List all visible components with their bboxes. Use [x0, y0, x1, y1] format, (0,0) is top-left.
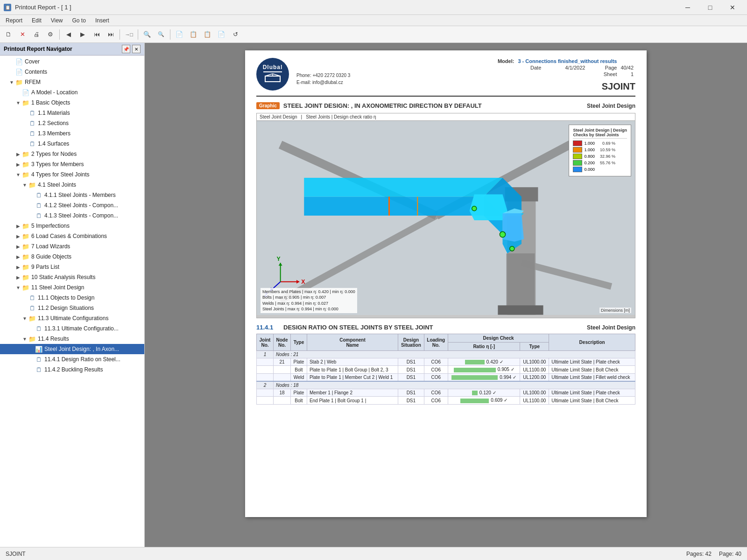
cover-icon: 📄	[15, 57, 23, 66]
dctype-1a: UL1000.00	[520, 358, 549, 366]
tree-item-load-cases[interactable]: ▶ 📁 6 Load Cases & Combinations	[0, 231, 144, 241]
tree-item-materials[interactable]: ▶ 🗒 1.1 Materials	[0, 108, 144, 118]
page-value: 40/42	[619, 64, 635, 71]
tree-item-load-wizards[interactable]: ▶ 📁 7 Load Wizards	[0, 241, 144, 252]
tree-item-design-situations[interactable]: ▶ 🗒 11.2 Design Situations	[0, 303, 144, 313]
tree-item-static-results[interactable]: ▶ 📁 10 Static Analysis Results	[0, 272, 144, 282]
node-no-2b	[273, 397, 290, 404]
objects-design-icon: 🗒	[28, 294, 36, 302]
tree-item-cover[interactable]: ▶ 📄 Cover	[0, 56, 144, 67]
tree-item-sj-members[interactable]: ▶ 🗒 4.1.1 Steel Joints - Members	[0, 190, 144, 200]
zoom-out-button[interactable]: 🔍	[155, 28, 168, 41]
new-button[interactable]: 🗋	[2, 28, 15, 41]
expand-load-wizards[interactable]: ▶	[15, 243, 21, 250]
expand-guide-objects[interactable]: ▶	[15, 253, 21, 260]
expand-types-steel[interactable]: ▼	[15, 171, 21, 178]
expand-joint-design[interactable]: ▼	[15, 284, 21, 291]
model-name: 3 - Connections finished_without results	[516, 58, 619, 64]
menu-view[interactable]: View	[47, 16, 67, 25]
expand-types-nodes[interactable]: ▶	[15, 151, 21, 157]
tree-item-types-members[interactable]: ▶ 📁 3 Types for Members	[0, 159, 144, 169]
content-area[interactable]: Dlubal Phone: +420 2272 0320 3	[145, 43, 747, 547]
navigator-pin-button[interactable]: 📌	[122, 45, 130, 53]
svg-text:Y: Y	[277, 256, 281, 262]
menu-insert[interactable]: Insert	[92, 16, 113, 25]
expand-basic[interactable]: ▼	[15, 99, 21, 106]
tree-item-members[interactable]: ▶ 🗒 1.3 Members	[0, 128, 144, 139]
tree-item-surfaces[interactable]: ▶ 🗒 1.4 Surfaces	[0, 139, 144, 149]
tree-item-results[interactable]: ▼ 📁 11.4 Results	[0, 334, 144, 344]
ds-1b: DS1	[398, 366, 424, 373]
guide-objects-label: 8 Guide Objects	[31, 253, 71, 260]
subsection-heading: DESIGN RATIO ON STEEL JOINTS BY STEEL JO…	[283, 324, 583, 331]
th-node-no: NodeNo.	[273, 334, 290, 351]
ds-1a: DS1	[398, 358, 424, 366]
navigator-header: Printout Report Navigator 📌 ✕	[0, 43, 144, 56]
tree-item-rfem[interactable]: ▼ 📁 RFEM	[0, 77, 144, 87]
tree-item-basic-objects[interactable]: ▼ 📁 1 Basic Objects	[0, 98, 144, 108]
export2-button[interactable]: 📋	[187, 28, 200, 41]
tree-item-contents[interactable]: ▶ 📄 Contents	[0, 67, 144, 77]
tree-item-joint-design[interactable]: ▼ 📁 11 Steel Joint Design	[0, 282, 144, 293]
tree-item-guide-objects[interactable]: ▶ 📁 8 Guide Objects	[0, 252, 144, 262]
tree-item-design-ratio[interactable]: ▶ 🗒 11.4.1 Design Ratio on Steel...	[0, 354, 144, 364]
sep2	[120, 29, 120, 40]
tree-item-sections[interactable]: ▶ 🗒 1.2 Sections	[0, 118, 144, 128]
tree-item-ult-config-1[interactable]: ▶ 🗒 11.3.1 Ultimate Configuratio...	[0, 323, 144, 334]
expand-ult-configs[interactable]: ▼	[21, 315, 28, 322]
page-label-status: Page:	[719, 551, 733, 557]
view-3d-title: Steel Joint Design | Steel Joints | Desi…	[257, 113, 635, 121]
refresh-button[interactable]: ↺	[229, 28, 242, 41]
dctype-2b: UL1100.00	[520, 397, 549, 404]
export4-button[interactable]: 📄	[215, 28, 228, 41]
expand-static-results[interactable]: ▶	[15, 274, 21, 280]
table-row-1c: Weld Plate to Plate 1 | Member Cut 2 | W…	[257, 373, 635, 381]
sep4	[170, 29, 170, 40]
tree-item-sj-compon1[interactable]: ▶ 🗒 4.1.2 Steel Joints - Compon...	[0, 200, 144, 210]
minimize-button[interactable]: ─	[677, 0, 698, 14]
export3-button[interactable]: 📋	[201, 28, 214, 41]
maximize-button[interactable]: □	[699, 0, 721, 14]
tree-item-buckling[interactable]: ▶ 🗒 11.4.2 Buckling Results	[0, 364, 144, 375]
tree-item-types-steel[interactable]: ▼ 📁 4 Types for Steel Joints	[0, 169, 144, 180]
expand-imperfections[interactable]: ▶	[15, 223, 21, 229]
expand-results[interactable]: ▼	[21, 336, 28, 342]
tree-item-steel-joint-axon[interactable]: ▶ 📊 Steel Joint Design: , In Axon...	[0, 344, 144, 354]
delete-button[interactable]: ✕	[16, 28, 29, 41]
legend-title: Steel Joint Design | DesignChecks by Ste…	[573, 128, 627, 139]
export-button[interactable]: 📄	[173, 28, 186, 41]
last-page-button[interactable]: ⏭	[104, 28, 117, 41]
next-page-button[interactable]: ▶	[76, 28, 89, 41]
expand-parts-list[interactable]: ▶	[15, 264, 21, 270]
tree-item-types-nodes[interactable]: ▶ 📁 2 Types for Nodes	[0, 149, 144, 159]
goto-button[interactable]: →□	[122, 28, 135, 41]
expand-rfem[interactable]: ▼	[8, 79, 15, 85]
close-button[interactable]: ✕	[722, 0, 743, 14]
menu-edit[interactable]: Edit	[28, 16, 45, 25]
tree-item-steel-joints[interactable]: ▼ 📁 4.1 Steel Joints	[0, 180, 144, 190]
menu-report[interactable]: Report	[2, 16, 26, 25]
tree-item-ult-configs[interactable]: ▼ 📁 11.3 Ultimate Configurations	[0, 313, 144, 323]
title-bar: 📋 Printout Report - [ 1 ] ─ □ ✕	[0, 0, 747, 15]
load-cases-label: 6 Load Cases & Combinations	[31, 233, 107, 239]
tree-item-sj-compon2[interactable]: ▶ 🗒 4.1.3 Steel Joints - Compon...	[0, 210, 144, 221]
th-ratio: Ratio η [-]	[448, 343, 520, 351]
navigator-close-button[interactable]: ✕	[132, 45, 141, 53]
tree-item-parts-list[interactable]: ▶ 📁 9 Parts List	[0, 262, 144, 272]
print-button[interactable]: 🖨	[30, 28, 43, 41]
settings-button[interactable]: ⚙	[44, 28, 57, 41]
expand-load-cases[interactable]: ▶	[15, 233, 21, 239]
tree-item-imperfections[interactable]: ▶ 📁 5 Imperfections	[0, 221, 144, 231]
window-controls: ─ □ ✕	[677, 0, 743, 14]
tree-item-objects-design[interactable]: ▶ 🗒 11.1 Objects to Design	[0, 293, 144, 303]
ratio-1b: 0.905 ✓	[448, 366, 520, 373]
expand-steel-joints[interactable]: ▼	[21, 182, 28, 188]
expand-types-members[interactable]: ▶	[15, 161, 21, 168]
menu-goto[interactable]: Go to	[69, 16, 90, 25]
tree-item-model-location[interactable]: ▶ 📄 A Model - Location	[0, 87, 144, 98]
zoom-in-button[interactable]: 🔍	[141, 28, 154, 41]
first-page-button[interactable]: ⏮	[90, 28, 103, 41]
prev-page-button[interactable]: ◀	[62, 28, 75, 41]
legend-color-5	[573, 167, 582, 172]
joint-no-2b	[257, 397, 274, 404]
